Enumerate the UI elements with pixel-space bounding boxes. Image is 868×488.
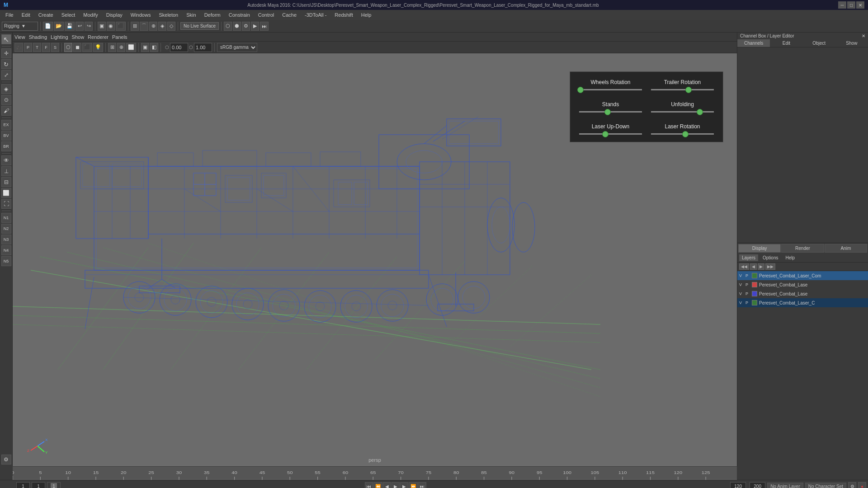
auto-key-btn[interactable]: ● (858, 482, 866, 488)
show-hide-btn[interactable]: 👁 (1, 155, 11, 165)
stands-track[interactable] (579, 111, 642, 113)
vp-menu-shading[interactable]: Shading (29, 34, 47, 40)
vp-menu-lighting[interactable]: Lighting (51, 34, 68, 40)
scale-tool-btn[interactable]: ⤢ (1, 70, 11, 80)
snap-together-btn[interactable]: ⊥ (1, 166, 11, 176)
prev-keyframe-btn[interactable]: ⏪ (373, 482, 382, 488)
play-btn[interactable]: ▶ (392, 482, 400, 488)
laser-rotation-track[interactable] (651, 133, 714, 135)
snap-grid-btn[interactable]: ⊞ (131, 22, 139, 31)
node2-btn[interactable]: N2 (1, 224, 11, 234)
select-tool-btn[interactable]: ▣ (98, 22, 106, 31)
vp-grid-btn[interactable]: ⊞ (108, 43, 116, 52)
align-btn[interactable]: ⊟ (1, 177, 11, 187)
cb-tab-edit[interactable]: Edit (770, 39, 802, 47)
prev-frame-btn[interactable]: ◀ (383, 482, 391, 488)
redo-btn[interactable]: ↪ (85, 22, 93, 31)
frame-start-input[interactable] (16, 482, 30, 488)
vp-field1-input[interactable]: 0.00 (170, 43, 188, 52)
layers-tab[interactable]: Layers (739, 254, 758, 261)
vp-texture-btn[interactable]: ⬛ (82, 43, 92, 52)
parent-btn[interactable]: ⛶ (1, 199, 11, 209)
menu-control[interactable]: Control (255, 11, 278, 19)
layer-nav-prev[interactable]: ◀◀ (739, 263, 749, 270)
vp-camera-btn[interactable]: 🎥 (14, 43, 23, 52)
vp-persp-btn[interactable]: P (24, 43, 32, 52)
vp-front-btn[interactable]: F (42, 43, 50, 52)
soft-mod-btn[interactable]: ◈ (1, 84, 11, 94)
menu-cache[interactable]: Cache (278, 11, 300, 19)
ipr-btn[interactable]: ⬢ (233, 22, 241, 31)
lasso-btn[interactable]: ◉ (107, 22, 115, 31)
node1-btn[interactable]: N1 (1, 213, 11, 223)
channel-box-close-btn[interactable]: ✕ (862, 33, 865, 38)
render-settings-btn[interactable]: ⚙ (242, 22, 250, 31)
layer-row-1[interactable]: V P Peresvet_Combat_Lase (737, 280, 868, 289)
render-seq-btn[interactable]: ▶ (251, 22, 259, 31)
vp-menu-panels[interactable]: Panels (112, 34, 127, 40)
node3-btn[interactable]: N3 (1, 235, 11, 244)
dra-tab-display[interactable]: Display (738, 244, 781, 253)
colorspace-select[interactable]: sRGB gamma (217, 43, 257, 52)
undo-btn[interactable]: ↩ (75, 22, 84, 31)
trailer-rotation-track[interactable] (651, 89, 714, 90)
help-tab[interactable]: Help (783, 254, 797, 261)
close-btn[interactable]: ✕ (856, 1, 864, 9)
snap-point-btn[interactable]: ⊕ (149, 22, 157, 31)
move-tool-btn[interactable]: ✛ (1, 48, 11, 58)
menu-redshift[interactable]: Redshift (331, 11, 356, 19)
vp-top-btn[interactable]: T (33, 43, 41, 52)
menu-select[interactable]: Select (58, 11, 79, 19)
vp-menu-view[interactable]: View (14, 34, 25, 40)
layer-nav-fwd[interactable]: ▶ (758, 263, 764, 270)
vp-frame-all-btn[interactable]: ▣ (141, 43, 149, 52)
menu-display[interactable]: Display (103, 11, 126, 19)
sculpt-btn[interactable]: ⊙ (1, 95, 11, 105)
extrude-btn[interactable]: EX (1, 120, 11, 130)
snap-view-btn[interactable]: ◇ (167, 22, 175, 31)
vp-wire-btn[interactable]: ⬡ (64, 43, 72, 52)
select-tool-btn[interactable]: ↖ (1, 34, 11, 44)
next-keyframe-btn[interactable]: ⏩ (409, 482, 418, 488)
vp-camera-gate-btn[interactable]: ⬜ (126, 43, 136, 52)
next-frame-btn[interactable]: ▶ (400, 482, 408, 488)
menu-deform[interactable]: Deform (201, 11, 224, 19)
layer-row-2[interactable]: V P Peresvet_Combat_Lase (737, 289, 868, 298)
open-btn[interactable]: 📂 (54, 22, 64, 31)
cb-tab-channels[interactable]: Channels (737, 39, 770, 47)
vp-menu-show[interactable]: Show (72, 34, 85, 40)
dra-tab-anim[interactable]: Anim (825, 244, 867, 253)
options-tab[interactable]: Options (760, 254, 781, 261)
menu-create[interactable]: Create (35, 11, 57, 19)
group-btn[interactable]: ⬜ (1, 188, 11, 198)
new-file-btn[interactable]: 📄 (43, 22, 53, 31)
menu-skeleton[interactable]: Skeleton (155, 11, 182, 19)
menu-edit[interactable]: Edit (18, 11, 34, 19)
vp-origin-btn[interactable]: ⊕ (117, 43, 125, 52)
snap-surface-btn[interactable]: ◈ (158, 22, 166, 31)
settings-btn[interactable]: ⚙ (1, 455, 11, 465)
frame-total-input[interactable] (750, 482, 765, 488)
render-view-btn[interactable]: ⬡ (224, 22, 232, 31)
maximize-btn[interactable]: □ (847, 1, 855, 9)
cb-tab-show[interactable]: Show (835, 39, 868, 47)
frame-end-input[interactable] (730, 482, 746, 488)
layer-nav-back[interactable]: ◀ (750, 263, 757, 270)
menu-3dtoall[interactable]: -3DToAll - (301, 11, 330, 19)
go-start-btn[interactable]: ⏮ (365, 482, 373, 488)
menu-file[interactable]: File (2, 11, 17, 19)
vp-menu-renderer[interactable]: Renderer (88, 34, 108, 40)
vp-smooth-btn[interactable]: ◼ (73, 43, 81, 52)
layer-nav-next[interactable]: ▶▶ (765, 263, 775, 270)
laser-updown-track[interactable] (579, 133, 642, 135)
vp-frame-sel-btn[interactable]: ◧ (150, 43, 158, 52)
menu-modify[interactable]: Modify (80, 11, 101, 19)
layer-row-0[interactable]: V P Peresvet_Combat_Laser_Com (737, 271, 868, 280)
mode-dropdown[interactable]: Rigging ▼ (2, 22, 38, 31)
go-end-btn[interactable]: ⏭ (418, 482, 426, 488)
paint-select-btn[interactable]: ⬛ (116, 22, 126, 31)
bevel-btn[interactable]: BV (1, 131, 11, 141)
rotate-tool-btn[interactable]: ↻ (1, 59, 11, 69)
wheels-rotation-track[interactable] (579, 89, 642, 90)
menu-help[interactable]: Help (358, 11, 375, 19)
